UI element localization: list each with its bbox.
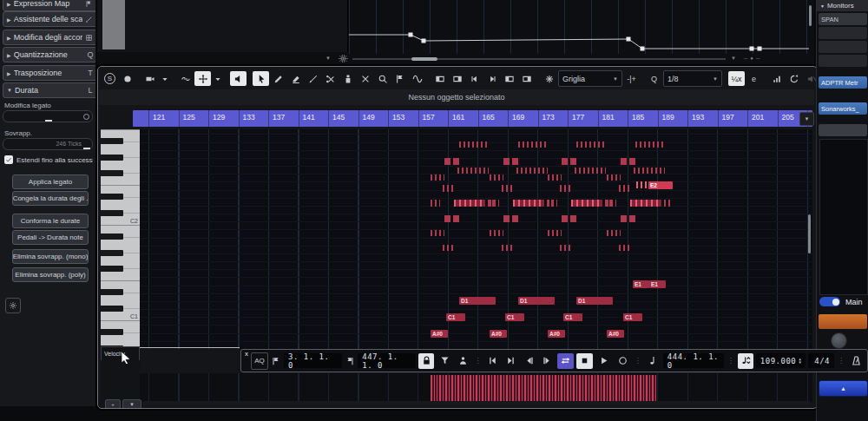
midi-note[interactable] (636, 181, 648, 188)
midi-note-run[interactable] (548, 230, 562, 236)
glue-tool[interactable] (339, 71, 356, 86)
black-key[interactable] (101, 194, 123, 200)
curve-tool[interactable] (409, 71, 425, 86)
nudge-left-button[interactable] (466, 71, 483, 86)
midi-note-c1[interactable]: C1 (505, 313, 524, 321)
automation-hscroll-thumb[interactable] (411, 57, 437, 61)
play-button[interactable] (595, 353, 612, 369)
ruler-cell[interactable]: 173 (538, 110, 569, 127)
stop-button[interactable] (576, 353, 593, 369)
midi-note-run[interactable] (444, 158, 459, 165)
note-grid[interactable]: E2E1E1D1D1D1C1C1C1C1A#0A#0A#0A#0 (140, 129, 812, 350)
split-tool[interactable] (322, 71, 339, 86)
grid-type-select[interactable]: Griglia▼ (558, 70, 622, 87)
monitor-slot[interactable] (819, 27, 867, 39)
midi-note-run[interactable] (621, 158, 635, 165)
black-key[interactable] (101, 210, 123, 216)
black-key[interactable] (101, 289, 123, 295)
mute-tool[interactable] (357, 71, 373, 86)
midi-note-run[interactable] (607, 174, 621, 181)
step-back-button[interactable] (521, 353, 536, 369)
sovrapp-slider[interactable]: 246 Ticks (3, 138, 93, 150)
acoustic-feedback-button[interactable] (230, 71, 247, 86)
monitor-slot[interactable] (819, 41, 867, 53)
step-forward-button[interactable] (539, 353, 555, 369)
legato-slider[interactable] (3, 110, 93, 122)
ruler-cell[interactable]: 129 (208, 110, 239, 127)
inspector-section-modifica-degli-accordi[interactable]: ▶Modifica degli accordi (3, 30, 96, 45)
monitor-slot-adptr-metr[interactable]: ADPTR Metr (819, 76, 867, 89)
midi-note-run[interactable] (630, 200, 661, 207)
record-in-editor-button[interactable] (119, 71, 135, 86)
midi-note-run[interactable] (518, 141, 548, 148)
ruler-cell[interactable]: 165 (478, 110, 509, 127)
ruler-cell[interactable]: 153 (388, 110, 418, 127)
black-key[interactable] (101, 155, 123, 161)
inspector-section-expression-map[interactable]: ▶Expression Map (3, 0, 96, 11)
midi-note-run[interactable] (635, 141, 665, 148)
quantize-preset-select[interactable]: 1/8▼ (663, 70, 722, 87)
midi-note-d1[interactable]: D1 (576, 297, 613, 305)
left-locator-value[interactable]: 3. 1. 1. 0 (284, 353, 342, 368)
midi-note-run[interactable] (576, 141, 606, 148)
midi-note-a#0[interactable]: A#0 (490, 330, 507, 338)
midi-note-run[interactable] (444, 215, 459, 222)
midi-note-a#0[interactable]: A#0 (607, 330, 624, 338)
pedali-durata-note-button[interactable]: Pedali -> Durata note (12, 230, 89, 245)
solo-editor-button[interactable]: S (102, 71, 118, 86)
record-button[interactable] (615, 353, 631, 369)
punch-user-button[interactable] (455, 353, 470, 369)
midi-note-run[interactable] (490, 230, 503, 236)
ruler-cell[interactable]: 197 (718, 110, 748, 127)
midi-note-c1[interactable]: C1 (623, 313, 642, 321)
midi-note-run[interactable] (431, 200, 440, 207)
lane-options-button[interactable]: ▼ (122, 399, 141, 409)
level-meter-bar[interactable] (819, 314, 867, 329)
right-locator-value[interactable]: 447. 1. 1. 0 (358, 353, 416, 368)
midi-note-run[interactable] (513, 200, 544, 207)
midi-note-run[interactable] (459, 141, 489, 148)
midi-note-e1[interactable]: E1 (649, 280, 666, 288)
ruler-cell[interactable]: 201 (747, 110, 778, 127)
black-key[interactable] (101, 266, 123, 272)
midi-note-run[interactable] (562, 158, 576, 165)
move-end-button[interactable] (518, 71, 535, 86)
ruler-cell[interactable]: 169 (508, 110, 538, 127)
lock-button[interactable] (418, 353, 434, 369)
midi-note-run[interactable] (607, 230, 621, 236)
monitor-slot[interactable] (819, 124, 867, 136)
inspector-section-quantizzazione[interactable]: ▶QuantizzazioneQ (3, 47, 96, 62)
midi-note-run[interactable] (502, 185, 513, 192)
automation-hscroll-track[interactable] (352, 58, 726, 60)
main-output-toggle[interactable] (819, 297, 840, 306)
midi-note-run[interactable] (454, 200, 485, 207)
tempo-value[interactable]: 109.000▲▼ (756, 353, 806, 368)
midi-note-run[interactable] (575, 168, 606, 174)
midi-note-run[interactable] (502, 245, 513, 251)
ruler-cell[interactable]: 181 (598, 110, 628, 127)
zoom-slider[interactable]: ─●─ (744, 56, 762, 61)
inspector-section-assistente-delle-scale[interactable]: ▶Assistente delle scale (3, 11, 96, 27)
link-cursors-button[interactable] (177, 71, 194, 86)
slider-handle[interactable] (83, 114, 89, 120)
black-key[interactable] (101, 250, 123, 256)
midi-note-run[interactable] (443, 245, 454, 251)
monitor-slot-sonarworks-[interactable]: Sonarworks_ (819, 102, 867, 115)
midi-note-run[interactable] (503, 158, 518, 165)
ruler-cell[interactable]: 145 (328, 110, 358, 127)
ruler-cell[interactable]: 157 (418, 110, 449, 127)
timeline-ruler[interactable]: 1211251291331371411451491531571611651691… (133, 110, 812, 127)
grid-vscroll-thumb[interactable] (808, 214, 811, 253)
velocity-bars[interactable] (431, 375, 656, 401)
black-key[interactable] (101, 170, 123, 176)
midi-note-run[interactable] (431, 174, 444, 181)
estendi-checkbox-row[interactable]: Estendi fino alla successiva . (4, 155, 93, 164)
timewarp-tool[interactable] (391, 71, 408, 86)
quantize-icon-button[interactable]: Q (646, 71, 662, 86)
go-to-end-button[interactable] (503, 353, 518, 369)
snap-button[interactable] (541, 71, 557, 86)
ruler-options-button[interactable]: ▼ (799, 112, 814, 126)
midi-note-e1[interactable]: E1 (633, 280, 649, 288)
trim-start-button[interactable] (431, 71, 448, 86)
erase-tool[interactable] (287, 71, 304, 86)
